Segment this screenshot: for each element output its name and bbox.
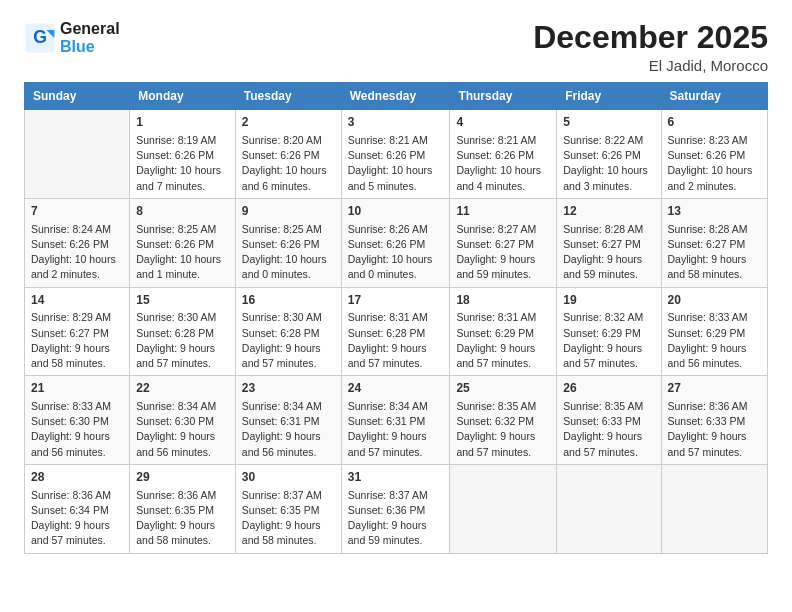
calendar-cell: 1Sunrise: 8:19 AM Sunset: 6:26 PM Daylig… [130, 110, 236, 199]
weekday-header-thursday: Thursday [450, 83, 557, 110]
day-info: Sunrise: 8:33 AM Sunset: 6:29 PM Dayligh… [668, 310, 761, 371]
weekday-header-wednesday: Wednesday [341, 83, 450, 110]
calendar-cell: 28Sunrise: 8:36 AM Sunset: 6:34 PM Dayli… [25, 464, 130, 553]
day-info: Sunrise: 8:25 AM Sunset: 6:26 PM Dayligh… [136, 222, 229, 283]
day-number: 23 [242, 380, 335, 397]
day-number: 21 [31, 380, 123, 397]
calendar-cell: 24Sunrise: 8:34 AM Sunset: 6:31 PM Dayli… [341, 376, 450, 465]
calendar-cell: 4Sunrise: 8:21 AM Sunset: 6:26 PM Daylig… [450, 110, 557, 199]
day-number: 17 [348, 292, 444, 309]
day-number: 24 [348, 380, 444, 397]
location: El Jadid, Morocco [533, 57, 768, 74]
day-info: Sunrise: 8:36 AM Sunset: 6:34 PM Dayligh… [31, 488, 123, 549]
weekday-header-row: SundayMondayTuesdayWednesdayThursdayFrid… [25, 83, 768, 110]
weekday-header-tuesday: Tuesday [235, 83, 341, 110]
day-info: Sunrise: 8:37 AM Sunset: 6:35 PM Dayligh… [242, 488, 335, 549]
day-number: 8 [136, 203, 229, 220]
calendar-cell: 21Sunrise: 8:33 AM Sunset: 6:30 PM Dayli… [25, 376, 130, 465]
day-info: Sunrise: 8:27 AM Sunset: 6:27 PM Dayligh… [456, 222, 550, 283]
calendar-cell: 30Sunrise: 8:37 AM Sunset: 6:35 PM Dayli… [235, 464, 341, 553]
day-info: Sunrise: 8:31 AM Sunset: 6:29 PM Dayligh… [456, 310, 550, 371]
calendar-cell: 29Sunrise: 8:36 AM Sunset: 6:35 PM Dayli… [130, 464, 236, 553]
svg-text:G: G [33, 26, 47, 46]
day-number: 2 [242, 114, 335, 131]
calendar-cell: 20Sunrise: 8:33 AM Sunset: 6:29 PM Dayli… [661, 287, 767, 376]
day-number: 16 [242, 292, 335, 309]
day-number: 10 [348, 203, 444, 220]
calendar-cell: 19Sunrise: 8:32 AM Sunset: 6:29 PM Dayli… [557, 287, 661, 376]
day-info: Sunrise: 8:26 AM Sunset: 6:26 PM Dayligh… [348, 222, 444, 283]
day-info: Sunrise: 8:35 AM Sunset: 6:32 PM Dayligh… [456, 399, 550, 460]
day-info: Sunrise: 8:32 AM Sunset: 6:29 PM Dayligh… [563, 310, 654, 371]
calendar-cell: 13Sunrise: 8:28 AM Sunset: 6:27 PM Dayli… [661, 198, 767, 287]
day-number: 30 [242, 469, 335, 486]
logo: G General Blue [24, 20, 120, 55]
day-number: 15 [136, 292, 229, 309]
calendar-body: 1Sunrise: 8:19 AM Sunset: 6:26 PM Daylig… [25, 110, 768, 553]
day-number: 11 [456, 203, 550, 220]
day-info: Sunrise: 8:34 AM Sunset: 6:30 PM Dayligh… [136, 399, 229, 460]
calendar-cell: 5Sunrise: 8:22 AM Sunset: 6:26 PM Daylig… [557, 110, 661, 199]
weekday-header-sunday: Sunday [25, 83, 130, 110]
calendar-week-0: 1Sunrise: 8:19 AM Sunset: 6:26 PM Daylig… [25, 110, 768, 199]
day-info: Sunrise: 8:21 AM Sunset: 6:26 PM Dayligh… [456, 133, 550, 194]
day-number: 26 [563, 380, 654, 397]
day-number: 9 [242, 203, 335, 220]
calendar-cell [450, 464, 557, 553]
day-info: Sunrise: 8:36 AM Sunset: 6:35 PM Dayligh… [136, 488, 229, 549]
calendar-week-2: 14Sunrise: 8:29 AM Sunset: 6:27 PM Dayli… [25, 287, 768, 376]
calendar-cell: 27Sunrise: 8:36 AM Sunset: 6:33 PM Dayli… [661, 376, 767, 465]
calendar-cell [661, 464, 767, 553]
month-title: December 2025 [533, 20, 768, 55]
day-info: Sunrise: 8:25 AM Sunset: 6:26 PM Dayligh… [242, 222, 335, 283]
day-info: Sunrise: 8:36 AM Sunset: 6:33 PM Dayligh… [668, 399, 761, 460]
day-number: 29 [136, 469, 229, 486]
day-number: 5 [563, 114, 654, 131]
header: G General Blue December 2025 El Jadid, M… [24, 20, 768, 74]
day-number: 12 [563, 203, 654, 220]
calendar-cell [557, 464, 661, 553]
day-number: 14 [31, 292, 123, 309]
weekday-header-saturday: Saturday [661, 83, 767, 110]
page: G General Blue December 2025 El Jadid, M… [0, 0, 792, 612]
day-number: 1 [136, 114, 229, 131]
day-info: Sunrise: 8:28 AM Sunset: 6:27 PM Dayligh… [563, 222, 654, 283]
title-block: December 2025 El Jadid, Morocco [533, 20, 768, 74]
day-number: 13 [668, 203, 761, 220]
calendar-cell: 22Sunrise: 8:34 AM Sunset: 6:30 PM Dayli… [130, 376, 236, 465]
calendar-cell: 7Sunrise: 8:24 AM Sunset: 6:26 PM Daylig… [25, 198, 130, 287]
day-info: Sunrise: 8:37 AM Sunset: 6:36 PM Dayligh… [348, 488, 444, 549]
calendar-cell: 25Sunrise: 8:35 AM Sunset: 6:32 PM Dayli… [450, 376, 557, 465]
day-number: 31 [348, 469, 444, 486]
day-number: 7 [31, 203, 123, 220]
weekday-header-friday: Friday [557, 83, 661, 110]
calendar-cell: 18Sunrise: 8:31 AM Sunset: 6:29 PM Dayli… [450, 287, 557, 376]
day-info: Sunrise: 8:34 AM Sunset: 6:31 PM Dayligh… [348, 399, 444, 460]
calendar-cell: 31Sunrise: 8:37 AM Sunset: 6:36 PM Dayli… [341, 464, 450, 553]
day-info: Sunrise: 8:35 AM Sunset: 6:33 PM Dayligh… [563, 399, 654, 460]
day-info: Sunrise: 8:30 AM Sunset: 6:28 PM Dayligh… [136, 310, 229, 371]
calendar-week-4: 28Sunrise: 8:36 AM Sunset: 6:34 PM Dayli… [25, 464, 768, 553]
day-info: Sunrise: 8:31 AM Sunset: 6:28 PM Dayligh… [348, 310, 444, 371]
calendar-cell [25, 110, 130, 199]
calendar-table: SundayMondayTuesdayWednesdayThursdayFrid… [24, 82, 768, 553]
day-info: Sunrise: 8:19 AM Sunset: 6:26 PM Dayligh… [136, 133, 229, 194]
day-info: Sunrise: 8:22 AM Sunset: 6:26 PM Dayligh… [563, 133, 654, 194]
calendar-week-1: 7Sunrise: 8:24 AM Sunset: 6:26 PM Daylig… [25, 198, 768, 287]
calendar-cell: 3Sunrise: 8:21 AM Sunset: 6:26 PM Daylig… [341, 110, 450, 199]
logo-text-line2: Blue [60, 38, 120, 56]
day-number: 27 [668, 380, 761, 397]
day-info: Sunrise: 8:29 AM Sunset: 6:27 PM Dayligh… [31, 310, 123, 371]
calendar-week-3: 21Sunrise: 8:33 AM Sunset: 6:30 PM Dayli… [25, 376, 768, 465]
day-number: 19 [563, 292, 654, 309]
calendar-cell: 12Sunrise: 8:28 AM Sunset: 6:27 PM Dayli… [557, 198, 661, 287]
day-info: Sunrise: 8:30 AM Sunset: 6:28 PM Dayligh… [242, 310, 335, 371]
day-number: 28 [31, 469, 123, 486]
calendar-cell: 23Sunrise: 8:34 AM Sunset: 6:31 PM Dayli… [235, 376, 341, 465]
calendar-cell: 8Sunrise: 8:25 AM Sunset: 6:26 PM Daylig… [130, 198, 236, 287]
day-number: 20 [668, 292, 761, 309]
day-number: 25 [456, 380, 550, 397]
day-info: Sunrise: 8:28 AM Sunset: 6:27 PM Dayligh… [668, 222, 761, 283]
day-info: Sunrise: 8:23 AM Sunset: 6:26 PM Dayligh… [668, 133, 761, 194]
day-info: Sunrise: 8:20 AM Sunset: 6:26 PM Dayligh… [242, 133, 335, 194]
